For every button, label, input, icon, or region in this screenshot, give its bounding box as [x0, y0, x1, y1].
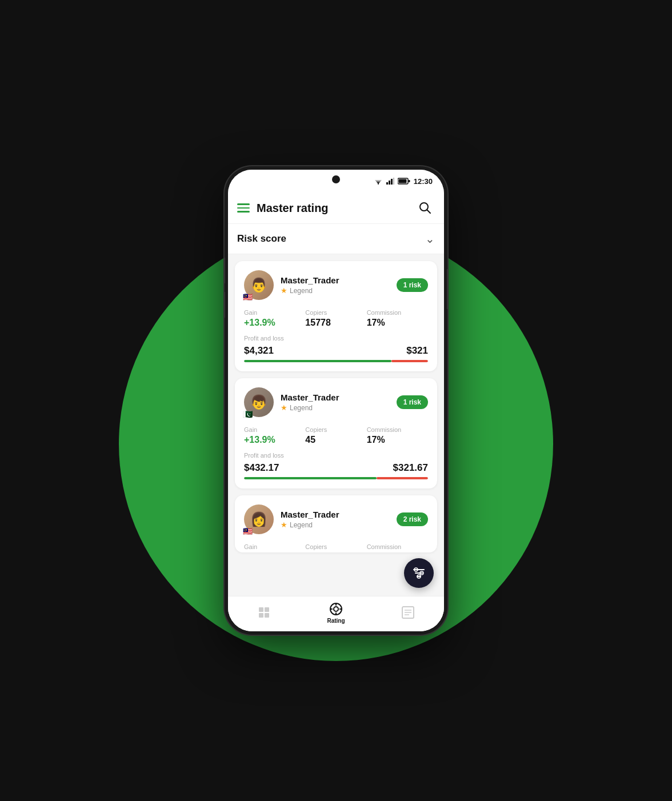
stat-gain: Gain +13.9% — [244, 426, 305, 445]
svg-rect-10 — [398, 179, 406, 183]
filter-fab-button[interactable] — [404, 558, 434, 588]
scene: 12:30 Master rating — [0, 0, 672, 801]
svg-rect-7 — [393, 178, 394, 185]
wifi-icon — [374, 178, 383, 185]
chevron-down-icon: ⌄ — [425, 232, 435, 246]
pnl-right: $321.67 — [393, 462, 428, 474]
pnl-section: Profit and loss $432.17 $321.67 — [244, 452, 428, 479]
flag-badge: 🇲🇾 — [243, 293, 253, 301]
trader-rank: ★ Legend — [281, 286, 390, 295]
app-header: Master rating — [228, 193, 444, 224]
svg-rect-15 — [259, 613, 263, 618]
trader-info: Master_Trader ★ Legend — [281, 510, 390, 529]
stat-gain: Gain — [244, 543, 305, 552]
status-bar: 12:30 — [228, 170, 444, 193]
svg-point-3 — [378, 183, 379, 185]
stat-commission: Commission — [367, 543, 428, 552]
rank-star-icon: ★ — [281, 520, 287, 529]
progress-bar — [244, 477, 428, 479]
stats-row: Gain +13.9% Copiers 15778 Commission 17% — [244, 309, 428, 328]
risk-badge: 1 risk — [397, 395, 428, 409]
stat-commission-label: Commission — [367, 426, 428, 433]
list-icon — [401, 606, 415, 619]
flag-badge: 🇲🇾 — [243, 527, 253, 535]
risk-badge: 2 risk — [397, 512, 428, 526]
phone-screen: 12:30 Master rating — [228, 170, 444, 631]
search-button[interactable] — [415, 198, 435, 218]
camera-dot — [332, 175, 340, 183]
trader-name: Master_Trader — [281, 510, 390, 519]
svg-line-12 — [427, 210, 431, 214]
phone-frame: 12:30 Master rating — [225, 166, 447, 635]
filter-fab-icon — [411, 566, 426, 580]
card-header: 👦 🇵🇰 Master_Trader ★ Legend 1 risk — [244, 387, 428, 417]
trader-info: Master_Trader ★ Legend — [281, 275, 390, 295]
nav-label-rating: Rating — [327, 618, 345, 624]
risk-badge: 1 risk — [397, 278, 428, 292]
nav-item-rating[interactable]: Rating — [300, 602, 372, 624]
signal-icon — [386, 178, 394, 185]
trader-name: Master_Trader — [281, 275, 390, 285]
stat-copiers-label: Copiers — [305, 543, 366, 550]
svg-rect-6 — [391, 179, 393, 185]
status-time: 12:30 — [414, 177, 433, 186]
trader-name: Master_Trader — [281, 393, 390, 402]
flag-badge: 🇵🇰 — [243, 410, 253, 418]
nav-item-dashboard[interactable] — [228, 606, 300, 620]
stat-gain: Gain +13.9% — [244, 309, 305, 328]
cards-list: 👨 🇲🇾 Master_Trader ★ Legend 1 risk — [228, 254, 444, 596]
stat-commission: Commission 17% — [367, 309, 428, 328]
card-header: 👨 🇲🇾 Master_Trader ★ Legend 1 risk — [244, 270, 428, 300]
rank-star-icon: ★ — [281, 403, 287, 412]
stats-row: Gain Copiers Commission — [244, 543, 428, 552]
stat-copiers: Copiers — [305, 543, 366, 552]
svg-rect-5 — [389, 181, 390, 185]
battery-icon — [398, 178, 410, 185]
trader-rank: ★ Legend — [281, 520, 390, 529]
pnl-label: Profit and loss — [244, 452, 428, 459]
trader-card[interactable]: 👨 🇲🇾 Master_Trader ★ Legend 1 risk — [235, 261, 437, 371]
svg-rect-13 — [259, 607, 263, 612]
pnl-values: $432.17 $321.67 — [244, 462, 428, 474]
svg-point-18 — [334, 607, 338, 611]
trader-card-partial[interactable]: 👩 🇲🇾 Master_Trader ★ Legend 2 risk — [235, 495, 437, 552]
trader-rank: ★ Legend — [281, 403, 390, 412]
svg-rect-9 — [408, 180, 410, 182]
card-header: 👩 🇲🇾 Master_Trader ★ Legend 2 risk — [244, 504, 428, 534]
page-title: Master rating — [257, 202, 409, 215]
progress-bar — [244, 360, 428, 362]
svg-rect-4 — [386, 182, 388, 185]
avatar-wrap: 👦 🇵🇰 — [244, 387, 274, 417]
progress-red — [377, 477, 428, 479]
stat-commission-value: 17% — [367, 435, 428, 445]
progress-green — [244, 360, 391, 362]
progress-red — [391, 360, 428, 362]
stat-commission-label: Commission — [367, 543, 428, 550]
stat-copiers-value: 15778 — [305, 318, 366, 328]
pnl-label: Profit and loss — [244, 335, 428, 342]
pnl-left: $432.17 — [244, 462, 279, 474]
search-icon — [419, 202, 431, 214]
avatar-wrap: 👩 🇲🇾 — [244, 504, 274, 534]
stat-commission: Commission 17% — [367, 426, 428, 445]
menu-button[interactable] — [237, 203, 250, 213]
stat-commission-value: 17% — [367, 318, 428, 328]
filter-label: Risk score — [237, 233, 286, 245]
stat-copiers-value: 45 — [305, 435, 366, 445]
pnl-left: $4,321 — [244, 345, 274, 357]
stat-copiers-label: Copiers — [305, 309, 366, 316]
status-icons: 12:30 — [374, 177, 433, 186]
stat-copiers-label: Copiers — [305, 426, 366, 433]
stat-gain-label: Gain — [244, 426, 305, 433]
pnl-values: $4,321 $321 — [244, 345, 428, 357]
svg-rect-16 — [265, 613, 269, 618]
bottom-nav: Rating — [228, 596, 444, 631]
stats-row: Gain +13.9% Copiers 45 Commission 17% — [244, 426, 428, 445]
stat-gain-label: Gain — [244, 543, 305, 550]
rank-star-icon: ★ — [281, 286, 287, 295]
filter-row[interactable]: Risk score ⌄ — [228, 224, 444, 254]
stat-copiers: Copiers 45 — [305, 426, 366, 445]
nav-item-list[interactable] — [372, 606, 444, 620]
stat-gain-label: Gain — [244, 309, 305, 316]
trader-card[interactable]: 👦 🇵🇰 Master_Trader ★ Legend 1 risk — [235, 378, 437, 488]
